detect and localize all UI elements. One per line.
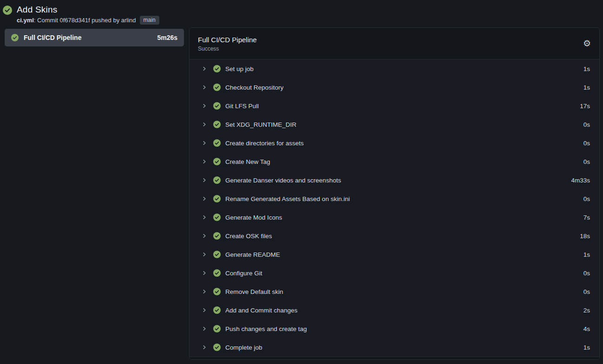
step-name: Create directories for assets [225,140,304,147]
job-panel-footer [190,357,599,359]
step-success-icon [213,65,221,72]
step-row[interactable]: Create directories for assets 0s [190,134,599,152]
step-name: Remove Default skin [225,288,283,295]
step-row[interactable]: Generate README 1s [190,245,599,264]
job-panel-header: Full CI/CD Pipeline Success ⚙ [190,28,599,59]
step-success-icon [213,288,221,295]
run-title: Add Skins [17,4,159,15]
step-duration: 4s [583,325,590,332]
step-duration: 0s [583,158,590,165]
chevron-right-icon [202,289,207,294]
job-status: Success [198,46,257,52]
run-header: Add Skins ci.yml: Commit 0f678d341f push… [0,0,603,25]
chevron-right-icon [202,270,207,276]
job-list: Full CI/CD Pipeline 5m26s [5,27,184,46]
step-duration: 1s [583,251,590,258]
step-name: Generate README [225,251,280,258]
step-duration: 0s [583,121,590,128]
job-list-item-full-ci-cd-pipeline[interactable]: Full CI/CD Pipeline 5m26s [5,29,184,46]
step-name: Rename Generated Assets Based on skin.in… [225,195,350,202]
step-row[interactable]: Remove Default skin 0s [190,282,599,301]
commit-text: : Commit 0f678d341f pushed by arlind [34,17,136,24]
chevron-right-icon [202,66,207,72]
step-success-icon [213,251,221,258]
step-name: Set up job [225,65,254,72]
step-success-icon [213,158,221,165]
step-duration: 17s [580,103,590,110]
step-row[interactable]: Create OSK files 18s [190,227,599,245]
step-row[interactable]: Set up job 1s [190,59,599,78]
job-panel: Full CI/CD Pipeline Success ⚙ Set up job… [189,27,600,360]
step-row[interactable]: Git LFS Pull 17s [190,97,599,115]
step-row[interactable]: Generate Danser videos and screenshots 4… [190,171,599,189]
job-success-icon [11,34,19,41]
step-duration: 0s [583,195,590,202]
chevron-right-icon [202,214,207,220]
step-duration: 18s [580,233,590,240]
run-content: Full CI/CD Pipeline 5m26s Full CI/CD Pip… [0,27,603,360]
step-row[interactable]: Generate Mod Icons 7s [190,208,599,227]
chevron-right-icon [202,84,207,90]
step-name: Create OSK files [225,233,272,240]
step-duration: 4m33s [571,177,590,184]
step-row[interactable]: Configure Git 0s [190,264,599,282]
step-success-icon [213,176,221,184]
chevron-right-icon [202,196,207,202]
step-success-icon [213,325,221,332]
chevron-right-icon [202,103,207,109]
step-name: Generate Mod Icons [225,214,282,221]
workflow-file: ci.yml [17,17,34,24]
step-duration: 2s [583,307,590,314]
step-name: Checkout Repository [225,84,283,91]
step-name: Set XDG_RUNTIME_DIR [225,121,296,128]
step-row[interactable]: Rename Generated Assets Based on skin.in… [190,189,599,208]
step-success-icon [213,214,221,221]
step-name: Add and Commit changes [225,307,297,314]
step-row[interactable]: Create New Tag 0s [190,152,599,171]
step-duration: 0s [583,140,590,147]
chevron-right-icon [202,307,207,313]
step-row[interactable]: Checkout Repository 1s [190,78,599,97]
job-name: Full CI/CD Pipeline [24,34,81,41]
step-name: Configure Git [225,270,262,277]
step-name: Complete job [225,344,262,351]
step-duration: 7s [583,214,590,221]
step-name: Git LFS Pull [225,103,259,110]
chevron-right-icon [202,122,207,127]
step-name: Push changes and create tag [225,325,307,332]
step-success-icon [213,306,221,314]
branch-badge[interactable]: main [140,16,159,25]
step-duration: 0s [583,270,590,277]
step-duration: 1s [583,65,590,72]
chevron-right-icon [202,344,207,350]
step-duration: 1s [583,84,590,91]
chevron-right-icon [202,252,207,257]
run-subtitle: ci.yml: Commit 0f678d341f pushed by arli… [17,16,159,25]
chevron-right-icon [202,140,207,146]
chevron-right-icon [202,177,207,183]
step-success-icon [213,232,221,240]
step-duration: 0s [583,288,590,295]
chevron-right-icon [202,233,207,239]
job-panel-title: Full CI/CD Pipeline [198,35,257,44]
step-success-icon [213,344,221,351]
steps-list: Set up job 1s Checkout Repository 1s [190,59,599,357]
step-success-icon [213,195,221,202]
step-row[interactable]: Add and Commit changes 2s [190,301,599,319]
chevron-right-icon [202,326,207,332]
step-success-icon [213,102,221,110]
step-name: Create New Tag [225,158,270,165]
step-row[interactable]: Complete job 1s [190,338,599,357]
step-name: Generate Danser videos and screenshots [225,177,341,184]
step-row[interactable]: Push changes and create tag 4s [190,319,599,338]
step-row[interactable]: Set XDG_RUNTIME_DIR 0s [190,115,599,134]
chevron-right-icon [202,159,207,164]
step-success-icon [213,121,221,128]
step-success-icon [213,84,221,91]
job-duration: 5m26s [157,34,177,41]
step-success-icon [213,139,221,147]
step-success-icon [213,269,221,277]
step-duration: 1s [583,344,590,351]
run-success-icon [3,6,12,15]
gear-icon[interactable]: ⚙ [583,39,591,48]
